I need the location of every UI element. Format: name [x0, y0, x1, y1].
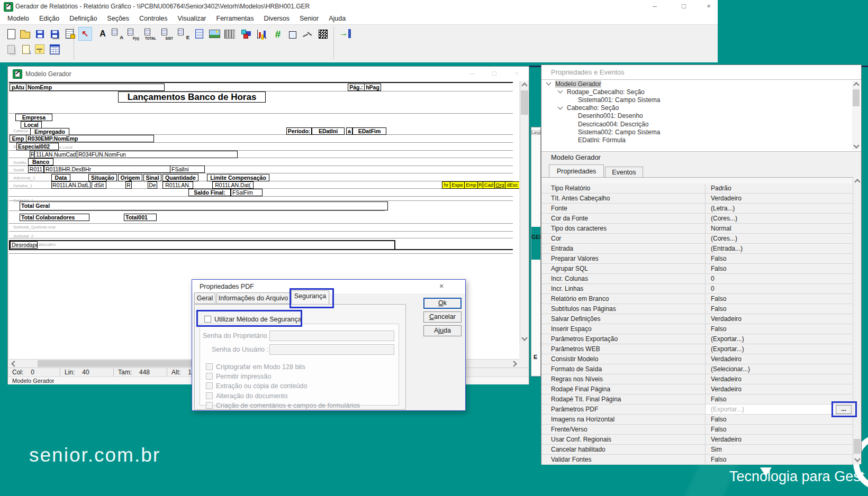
input-senha-do-proprietario[interactable] — [269, 330, 394, 341]
report-field-cad[interactable]: Cad — [483, 181, 495, 189]
memo-icon[interactable] — [192, 27, 206, 41]
property-row-validar-fontes[interactable]: Validar FontesFalso — [541, 455, 853, 465]
report-field-fsalini[interactable]: FSalIni — [170, 166, 205, 173]
report-field-emp[interactable]: Emp — [464, 181, 478, 189]
save-icon[interactable] — [33, 27, 47, 41]
vertical-scrollbar[interactable] — [520, 81, 529, 342]
field-total-icon[interactable]: TOTAL — [143, 27, 157, 41]
property-row-tit-antes-cabecalho[interactable]: Tít. Antes CabeçalhoVerdadeiro — [541, 194, 853, 204]
ajuda-button[interactable]: Ajuda — [423, 325, 462, 336]
maximize-button[interactable]: □ — [676, 1, 692, 12]
report-field-limite-compensacao[interactable]: Limite Compensação — [207, 174, 269, 181]
property-row-incr-linhas[interactable]: Incr. Linhas0 — [541, 284, 853, 294]
property-row-incr-colunas[interactable]: Incr. Colunas0 — [541, 274, 853, 284]
property-row-usar-conf-regionais[interactable]: Usar Conf. RegionaisVerdadeiro — [541, 435, 853, 445]
property-row-relatorio-em-branco[interactable]: Relatório em BrancoFalso — [541, 294, 853, 304]
property-row-cancelar-habilitado[interactable]: Cancelar habilitadoSim — [541, 445, 853, 455]
copy-format-icon[interactable] — [4, 42, 18, 56]
property-row-imagens-na-horizontal[interactable]: Imagens na HorizontalFalso — [541, 415, 853, 425]
polyline-icon[interactable] — [301, 27, 314, 41]
report-field-r[interactable]: R — [125, 181, 132, 189]
menu-ferramentas[interactable]: Ferramentas — [216, 15, 254, 22]
image-icon[interactable] — [207, 27, 221, 41]
use-security-checkbox[interactable] — [204, 316, 211, 323]
menu-modelo[interactable]: Modelo — [7, 15, 29, 22]
close-button[interactable]: × — [701, 1, 717, 12]
report-field-emp[interactable]: Emp — [10, 135, 26, 142]
report-field-origem[interactable]: Origem — [118, 174, 142, 181]
validate-model-icon[interactable] — [62, 27, 76, 41]
report-field-saldo-final[interactable]: Saldo Final: — [188, 189, 231, 196]
report-field-hr[interactable]: hr — [442, 181, 450, 189]
report-field-data[interactable]: Data — [51, 174, 70, 181]
dialog-close-icon[interactable]: × — [437, 282, 446, 291]
menu-definicao[interactable]: Definição — [69, 15, 97, 22]
tree-scroll-thumb[interactable] — [853, 89, 860, 106]
menu-diversos[interactable]: Diversos — [264, 15, 290, 22]
field-text-icon[interactable]: A — [110, 27, 124, 41]
field-formula-icon[interactable]: F(x) — [126, 27, 140, 41]
report-field-situacao[interactable]: Situação — [88, 174, 117, 181]
scroll-down-icon[interactable] — [521, 335, 527, 341]
tree-item-sistema002-campo-sistema[interactable]: Sistema002: Campo Sistema — [541, 128, 861, 136]
menu-edicao[interactable]: Edição — [39, 15, 59, 22]
modelo-gerador-titlebar[interactable]: Modelo Gerador – □ × — [8, 67, 529, 81]
menu-visualizar[interactable]: Visualizar — [178, 15, 206, 22]
tree-item-desenho001-desenho[interactable]: Desenho001: Desenho — [541, 112, 861, 120]
option-checkbox-alteracao-do-documento[interactable] — [206, 392, 213, 399]
dialog-tab-seguranca[interactable]: Segurança — [291, 290, 329, 304]
property-row-parametros-web[interactable]: Parâmetros WEB(Exportar...) — [541, 344, 853, 354]
tree-item-sistema001-campo-sistema[interactable]: Sistema001: Campo Sistema — [541, 96, 861, 104]
child-minimize-button[interactable]: – — [464, 68, 480, 79]
scroll-up-icon[interactable] — [854, 179, 860, 185]
report-field-empresa[interactable]: Empresa — [15, 114, 52, 121]
report-field-hpag[interactable]: hPag — [364, 84, 381, 91]
scroll-down-icon[interactable] — [853, 142, 859, 148]
text-label-icon[interactable]: A — [96, 27, 110, 41]
grid-icon[interactable]: # — [271, 27, 285, 41]
pdf-params-ellipsis-button[interactable]: ... — [836, 405, 852, 414]
report-field-sinal[interactable]: Sinal — [143, 174, 161, 181]
menu-secoes[interactable]: Seções — [107, 15, 129, 22]
child-maximize-button[interactable]: □ — [486, 68, 502, 79]
report-field-desc[interactable]: dEsc — [505, 181, 519, 189]
scroll-down-icon[interactable] — [854, 456, 860, 462]
report-field-nomemp[interactable]: NomEmp — [26, 84, 165, 91]
report-field-fsalfim[interactable]: FSalFim — [231, 189, 263, 196]
report-field-org[interactable]: Org — [494, 181, 505, 189]
new-report-icon[interactable] — [4, 27, 18, 41]
qrcode-icon[interactable] — [316, 27, 330, 41]
tree-item-descricao004-descricao[interactable]: Descricao004: Descrição — [541, 120, 861, 128]
tree-item-modelo-gerador[interactable]: Modelo Gerador — [541, 80, 861, 88]
dialog-tab-geral[interactable]: Geral — [194, 292, 215, 304]
property-row-formato-de-saida[interactable]: Formato de Saída(Selecionar...) — [541, 364, 853, 374]
property-row-fonte[interactable]: Fonte(Letra...) — [541, 204, 853, 214]
tree-item-edatini-formula[interactable]: EDatIni: Fórmula — [541, 136, 861, 144]
property-row-regras-nos-niveis[interactable]: Regras nos NíveisVerdadeiro — [541, 374, 853, 384]
report-field-empregado[interactable]: Empregado — [30, 128, 69, 135]
chevron-down-icon[interactable] — [546, 80, 551, 86]
scroll-right-icon[interactable] — [511, 361, 517, 366]
row-spacing-icon[interactable] — [33, 42, 47, 56]
barcode-icon[interactable] — [223, 27, 237, 41]
report-field-especial002[interactable]: Especial002 — [16, 143, 59, 150]
scroll-left-icon[interactable] — [11, 361, 17, 366]
property-row-cor-da-fonte[interactable]: Cor da Fonte(Cores...) — [541, 214, 853, 224]
option-checkbox-extracao-ou-copia-de-conteudo[interactable] — [206, 382, 213, 389]
report-field-a[interactable]: a — [346, 127, 352, 135]
report-field-r030emp-nomemp[interactable]: R030EMP.NomEmp — [26, 135, 154, 142]
tab-propriedades[interactable]: Propriedades — [549, 164, 604, 177]
input-senha-do-usuario[interactable] — [269, 344, 394, 355]
vscroll-thumb[interactable] — [521, 90, 528, 115]
option-checkbox-criptografar-em-modo-128-bits[interactable] — [206, 363, 213, 370]
ok-button[interactable]: Ok — [423, 298, 462, 309]
scroll-up-icon[interactable] — [853, 82, 859, 88]
save-as-icon[interactable] — [48, 27, 61, 41]
report-field-de[interactable]: De — [148, 181, 157, 189]
menu-controles[interactable]: Controles — [139, 15, 168, 22]
report-field-r011lan[interactable]: R011LAN. — [162, 181, 193, 189]
property-row-agrupar-sql[interactable]: Agrupar SQLFalso — [541, 264, 853, 274]
child-close-button[interactable]: × — [509, 68, 525, 79]
property-row-consistir-modelo[interactable]: Consistir ModeloVerdadeiro — [541, 354, 853, 364]
report-field-r011bhr-desbhr[interactable]: R011BHR.DesBHr — [44, 166, 171, 173]
